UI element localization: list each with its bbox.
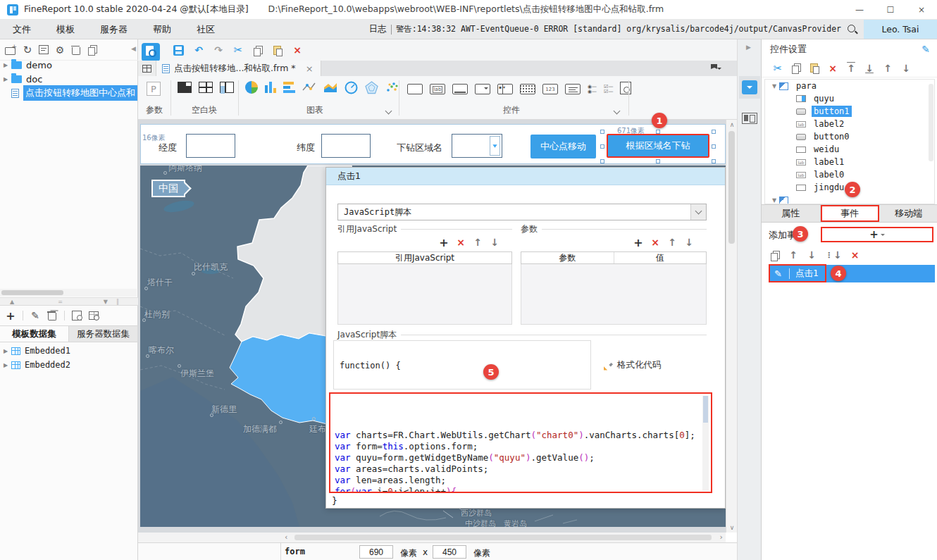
move-up-icon[interactable]: ↑ [667, 237, 677, 248]
widget-tree-item-quyu[interactable]: quyu [765, 92, 934, 105]
blank-block-icon[interactable] [178, 82, 192, 93]
form-height-input[interactable] [433, 545, 466, 559]
event-list-item[interactable]: ✎ 点击1 [769, 265, 935, 282]
form-width-input[interactable] [359, 545, 393, 559]
column-chart-icon[interactable] [265, 82, 276, 93]
user-account-button[interactable]: Leo. Tsai [864, 20, 937, 39]
area-chart-icon[interactable] [323, 82, 337, 93]
edit-icon[interactable]: ✎ [30, 310, 40, 321]
minimize-button[interactable]: — [844, 0, 875, 20]
expand-icon[interactable]: ▼ [769, 83, 779, 89]
textarea-widget-icon[interactable] [452, 84, 468, 94]
scroll-right-icon[interactable]: › [720, 533, 723, 542]
canvas-horizontal-scrollbar[interactable]: ‹ › [138, 533, 726, 542]
close-button[interactable]: × [906, 0, 937, 20]
collapse-panel-icon[interactable]: ◀ [131, 45, 136, 52]
text-widget-icon[interactable] [407, 84, 423, 94]
move-up-icon[interactable]: ↑ [883, 63, 893, 74]
move-down-icon[interactable]: ↓ [807, 249, 817, 261]
cut-icon[interactable]: ✂ [233, 44, 243, 56]
document-tab[interactable]: 点击按钮转移地...和钻取.frm * × [156, 61, 321, 76]
paste-icon[interactable] [809, 63, 819, 73]
scroll-down-icon[interactable]: ∨ [726, 524, 738, 531]
new-folder-icon[interactable] [5, 45, 16, 54]
settings-tab-属性[interactable]: 属性 [762, 205, 821, 222]
form-design-canvas[interactable]: 16像素 经度 纬度 下钻区域名 中心点移动 671像素 根据区域名下钻 [138, 120, 726, 533]
drill-by-region-button[interactable]: 根据区域名下钻 [607, 134, 709, 158]
gauge-chart-icon[interactable] [345, 82, 358, 93]
panel-splitter[interactable]: ▲ = ▼ ‖ [0, 297, 138, 306]
checkbox-widget-icon[interactable]: ☑—☑— [604, 85, 613, 94]
widget-tree-item-label0[interactable]: label0 [765, 168, 934, 181]
param-table-body[interactable] [521, 264, 707, 325]
quyu-combobox[interactable] [452, 134, 502, 158]
delete-icon[interactable]: × [828, 63, 838, 74]
widget-settings-panel-icon[interactable] [739, 76, 760, 99]
move-down-icon[interactable]: ↓ [901, 63, 911, 74]
explorer-horizontal-scrollbar[interactable] [0, 289, 137, 297]
list-widget-icon[interactable] [565, 84, 581, 94]
maximize-button[interactable]: ☐ [875, 0, 906, 20]
settings-icon[interactable]: ⚙ [55, 44, 65, 56]
side-block-icon[interactable] [220, 82, 234, 93]
grid-view-button[interactable] [138, 61, 156, 76]
move-center-button[interactable]: 中心点移动 [530, 135, 596, 158]
format-code-button[interactable]: 格式化代码 [604, 359, 662, 371]
collapse-right-icon[interactable]: ▶ [746, 44, 751, 51]
pie-chart-icon[interactable] [245, 82, 258, 93]
ref-js-table-body[interactable] [337, 264, 512, 325]
edit-widget-icon[interactable]: ✎ [922, 44, 930, 55]
widget-tree-item-label1[interactable]: label1 [765, 156, 934, 168]
scroll-up-icon[interactable]: ∧ [726, 121, 738, 128]
number-widget-icon[interactable]: 123 [542, 84, 558, 94]
log-button[interactable]: 日志 [369, 23, 387, 35]
copy-icon[interactable] [791, 63, 801, 73]
preview-icon[interactable] [72, 311, 82, 321]
menu-item-3[interactable]: 帮助 [140, 20, 184, 39]
weidu-input[interactable] [321, 134, 371, 158]
trash-icon[interactable] [47, 311, 57, 321]
template-view-icon[interactable] [39, 45, 49, 54]
expand-icon[interactable]: ▶ [0, 348, 11, 354]
event-type-select[interactable]: JavaScript脚本 [337, 204, 707, 220]
menu-item-0[interactable]: 文件 [0, 20, 44, 39]
move-bottom-icon[interactable]: ↓ [864, 63, 874, 74]
move-down-icon[interactable]: ↓ [684, 237, 694, 248]
copy-icon[interactable] [770, 250, 780, 261]
widget-tree-item-weidu[interactable]: weidu [765, 143, 934, 156]
country-badge[interactable]: 中国 [151, 180, 185, 197]
delete-icon[interactable]: × [850, 249, 860, 261]
paste-icon[interactable] [273, 45, 283, 56]
widget-tree-item-label2[interactable]: label2 [765, 118, 934, 130]
move-down-icon[interactable]: ↓ [490, 237, 499, 248]
scatter-chart-icon[interactable] [385, 82, 399, 93]
line-chart-icon[interactable] [302, 82, 316, 93]
settings-tab-事件[interactable]: 事件 [821, 205, 880, 222]
combobox-dropdown-icon[interactable] [490, 136, 500, 156]
dataset-item-Embedded2[interactable]: ▶Embedded2 [0, 358, 138, 372]
jingdu-input[interactable] [186, 134, 235, 158]
dataset-tab-1[interactable]: 服务器数据集 [69, 326, 138, 342]
scroll-left-icon[interactable]: ‹ [285, 533, 287, 542]
canvas-vertical-scrollbar[interactable]: ∧ ∨ [726, 120, 737, 533]
delete-icon[interactable]: × [650, 237, 660, 248]
copy-icon[interactable] [253, 45, 263, 56]
bar-chart-icon[interactable] [283, 82, 295, 93]
menu-item-2[interactable]: 服务器 [87, 20, 140, 39]
table-edit-icon[interactable] [89, 311, 99, 320]
expand-icon[interactable]: ▼ [769, 197, 779, 204]
trash-icon[interactable] [71, 45, 81, 55]
splitter-handle-icon[interactable]: = [58, 299, 63, 305]
widget-tree-item-button0[interactable]: button0 [765, 130, 934, 143]
file-tree-item-doc[interactable]: ▶doc [0, 72, 138, 86]
widget-tree-item-button1[interactable]: button1 [765, 105, 934, 118]
tab-close-icon[interactable]: × [306, 63, 314, 74]
date-widget-icon[interactable] [520, 84, 535, 94]
select-dropdown-icon[interactable] [690, 204, 706, 220]
search-icon[interactable] [847, 24, 858, 35]
parameter-pane-icon[interactable]: P [147, 82, 161, 96]
file-tree-item-点击按钮转移地图中心点和[interactable]: 点击按钮转移地图中心点和 [0, 86, 138, 100]
js-code-editor[interactable]: var charts=FR.Chart.WebUtils.getChart("c… [329, 392, 712, 493]
move-up-icon[interactable]: ↑ [788, 249, 798, 261]
add-icon[interactable]: + [6, 310, 15, 321]
